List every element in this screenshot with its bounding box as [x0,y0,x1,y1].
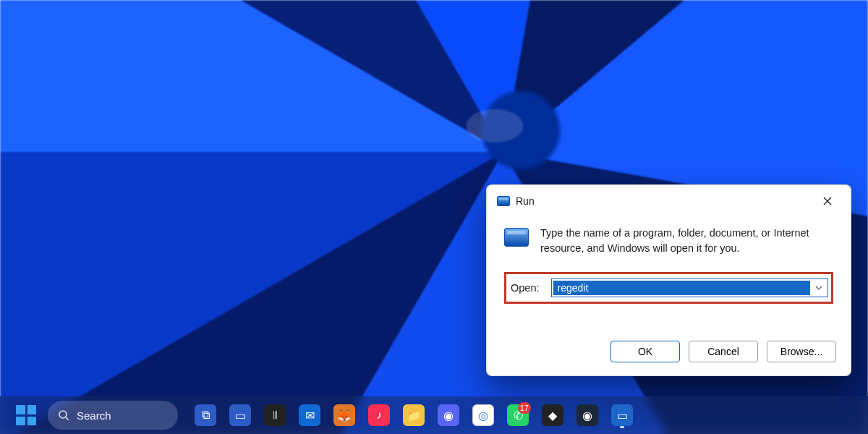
task-view-icon: ⧉ [195,404,216,426]
chevron-down-icon[interactable] [810,286,827,290]
epic-games-icon: ◆ [542,404,563,426]
taskbar-firefox[interactable]: 🦊 [328,401,360,430]
search-icon [58,409,69,421]
run-app-icon [497,196,510,206]
file-explorer-icon: 📁 [403,404,425,426]
browse-button[interactable]: Browse... [767,341,836,362]
taskbar-steam[interactable]: ◉ [571,401,603,430]
taskbar-file-explorer[interactable]: 📁 [398,401,430,430]
run-dialog: Run Type the name of a program, folder, … [486,184,851,376]
taskbar-epic-games[interactable]: ◆ [537,401,569,430]
run-pinned-icon: ▭ [611,404,633,426]
taskbar-discord[interactable]: ◉ [433,401,464,430]
steam-icon: ◉ [576,404,598,426]
discord-icon: ◉ [438,404,459,426]
taskbar-task-view[interactable]: ⧉ [190,401,221,430]
taskbar: Search ⧉▭⫴✉🦊♪📁◉◎✆17◆◉▭ [0,396,868,434]
close-icon [823,197,832,205]
open-input[interactable] [553,281,811,295]
run-titlebar[interactable]: Run [487,185,851,216]
taskbar-search-placeholder: Search [77,409,111,422]
taskbar-run-pinned[interactable]: ▭ [606,401,638,430]
desktops-icon: ▭ [229,404,251,426]
run-large-icon [504,228,529,247]
run-title: Run [516,195,535,207]
run-description: Type the name of a program, folder, docu… [540,226,833,256]
taskbar-chrome[interactable]: ◎ [467,401,499,430]
taskbar-rainmeter[interactable]: ⫴ [259,401,291,430]
firefox-icon: 🦊 [333,404,355,426]
svg-line-1 [66,417,69,420]
open-label: Open: [509,282,540,294]
taskbar-search[interactable]: Search [48,401,178,430]
whatsapp-badge: 17 [518,402,531,414]
open-combobox[interactable] [551,278,829,297]
taskbar-whatsapp[interactable]: ✆17 [502,401,534,430]
thunderbird-icon: ✉ [299,404,320,426]
start-button[interactable] [12,401,41,430]
open-field-row: Open: [504,272,833,304]
chrome-icon: ◎ [472,404,494,426]
taskbar-desktops[interactable]: ▭ [224,401,256,430]
taskbar-apple-music[interactable]: ♪ [363,401,395,430]
close-button[interactable] [814,191,841,211]
ok-button[interactable]: OK [610,341,680,362]
svg-point-0 [59,411,67,418]
apple-music-icon: ♪ [368,404,390,426]
rainmeter-icon: ⫴ [264,404,286,426]
taskbar-icons: ⧉▭⫴✉🦊♪📁◉◎✆17◆◉▭ [190,401,638,430]
taskbar-thunderbird[interactable]: ✉ [294,401,326,430]
cancel-button[interactable]: Cancel [689,341,758,362]
